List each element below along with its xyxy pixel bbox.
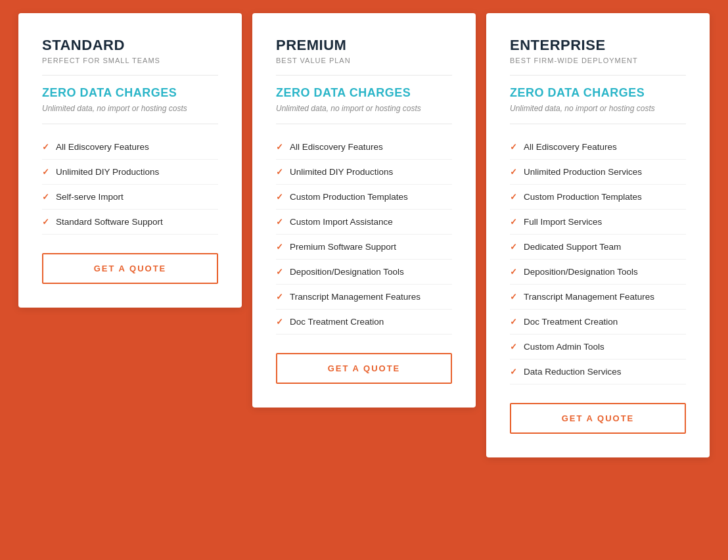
checkmark-icon: ✓ (510, 167, 517, 177)
zero-data-desc-standard: Unlimited data, no import or hosting cos… (42, 104, 218, 113)
checkmark-icon: ✓ (510, 217, 517, 227)
pricing-card-premium: PREMIUMBEST VALUE PLANZERO DATA CHARGESU… (252, 13, 476, 408)
list-item: ✓Custom Admin Tools (510, 335, 686, 360)
checkmark-icon: ✓ (510, 292, 517, 302)
list-item: ✓Unlimited DIY Productions (42, 160, 218, 185)
feature-text: Custom Admin Tools (524, 342, 604, 352)
checkmark-icon: ✓ (276, 292, 283, 302)
zero-data-title-premium: ZERO DATA CHARGES (276, 86, 452, 100)
feature-text: Data Reduction Services (524, 367, 622, 377)
checkmark-icon: ✓ (510, 267, 517, 277)
checkmark-icon: ✓ (510, 367, 517, 377)
checkmark-icon: ✓ (42, 167, 49, 177)
list-item: ✓Transcript Management Features (510, 285, 686, 310)
feature-text: Standard Software Support (56, 217, 163, 227)
checkmark-icon: ✓ (276, 217, 283, 227)
features-list-premium: ✓All Ediscovery Features✓Unlimited DIY P… (276, 135, 452, 335)
pricing-container: STANDARDPERFECT FOR SMALL TEAMSZERO DATA… (13, 13, 715, 457)
divider-2-enterprise (510, 124, 686, 124)
checkmark-icon: ✓ (276, 192, 283, 202)
feature-text: Custom Import Assistance (290, 217, 393, 227)
feature-text: Self-serve Import (56, 192, 124, 202)
list-item: ✓Unlimited DIY Productions (276, 160, 452, 185)
checkmark-icon: ✓ (276, 317, 283, 327)
checkmark-icon: ✓ (276, 242, 283, 252)
divider-1-premium (276, 75, 452, 76)
list-item: ✓Self-serve Import (42, 185, 218, 210)
get-quote-button-enterprise[interactable]: GET A QUOTE (510, 403, 686, 434)
list-item: ✓Deposition/Designation Tools (510, 260, 686, 285)
list-item: ✓Full Import Services (510, 210, 686, 235)
divider-1-enterprise (510, 75, 686, 76)
get-quote-button-standard[interactable]: GET A QUOTE (42, 253, 218, 284)
feature-text: All Ediscovery Features (290, 142, 383, 152)
feature-text: Unlimited DIY Productions (56, 167, 159, 177)
feature-text: Full Import Services (524, 217, 602, 227)
pricing-card-enterprise: ENTERPRISEBEST FIRM-WIDE DEPLOYMENTZERO … (486, 13, 710, 457)
zero-data-desc-premium: Unlimited data, no import or hosting cos… (276, 104, 452, 113)
feature-text: Dedicated Support Team (524, 242, 621, 252)
checkmark-icon: ✓ (510, 317, 517, 327)
list-item: ✓Doc Treatment Creation (510, 310, 686, 335)
feature-text: All Ediscovery Features (56, 142, 149, 152)
divider-1-standard (42, 75, 218, 76)
feature-text: Transcript Management Features (290, 292, 421, 302)
checkmark-icon: ✓ (276, 167, 283, 177)
checkmark-icon: ✓ (42, 217, 49, 227)
feature-text: Deposition/Designation Tools (524, 267, 638, 277)
list-item: ✓Data Reduction Services (510, 360, 686, 385)
list-item: ✓All Ediscovery Features (42, 135, 218, 160)
features-list-enterprise: ✓All Ediscovery Features✓Unlimited Produ… (510, 135, 686, 385)
feature-text: Unlimited DIY Productions (290, 167, 393, 177)
features-list-standard: ✓All Ediscovery Features✓Unlimited DIY P… (42, 135, 218, 235)
list-item: ✓Unlimited Production Services (510, 160, 686, 185)
checkmark-icon: ✓ (42, 192, 49, 202)
pricing-card-standard: STANDARDPERFECT FOR SMALL TEAMSZERO DATA… (18, 13, 242, 308)
feature-text: Deposition/Designation Tools (290, 267, 404, 277)
list-item: ✓All Ediscovery Features (510, 135, 686, 160)
plan-name-enterprise: ENTERPRISE (510, 37, 686, 54)
list-item: ✓Doc Treatment Creation (276, 310, 452, 335)
divider-2-standard (42, 124, 218, 124)
feature-text: Doc Treatment Creation (290, 317, 384, 327)
list-item: ✓Transcript Management Features (276, 285, 452, 310)
feature-text: Custom Production Templates (290, 192, 408, 202)
plan-name-premium: PREMIUM (276, 37, 452, 54)
feature-text: Transcript Management Features (524, 292, 654, 302)
checkmark-icon: ✓ (510, 192, 517, 202)
checkmark-icon: ✓ (510, 242, 517, 252)
list-item: ✓All Ediscovery Features (276, 135, 452, 160)
plan-subtitle-enterprise: BEST FIRM-WIDE DEPLOYMENT (510, 57, 686, 64)
checkmark-icon: ✓ (42, 142, 49, 152)
plan-subtitle-standard: PERFECT FOR SMALL TEAMS (42, 57, 218, 64)
list-item: ✓Premium Software Support (276, 235, 452, 260)
zero-data-title-standard: ZERO DATA CHARGES (42, 86, 218, 100)
checkmark-icon: ✓ (510, 142, 517, 152)
checkmark-icon: ✓ (276, 267, 283, 277)
list-item: ✓Custom Production Templates (510, 185, 686, 210)
checkmark-icon: ✓ (510, 342, 517, 352)
list-item: ✓Standard Software Support (42, 210, 218, 235)
zero-data-desc-enterprise: Unlimited data, no import or hosting cos… (510, 104, 686, 113)
list-item: ✓Deposition/Designation Tools (276, 260, 452, 285)
zero-data-title-enterprise: ZERO DATA CHARGES (510, 86, 686, 100)
list-item: ✓Dedicated Support Team (510, 235, 686, 260)
feature-text: Doc Treatment Creation (524, 317, 618, 327)
plan-name-standard: STANDARD (42, 37, 218, 54)
plan-subtitle-premium: BEST VALUE PLAN (276, 57, 452, 64)
feature-text: All Ediscovery Features (524, 142, 617, 152)
list-item: ✓Custom Production Templates (276, 185, 452, 210)
feature-text: Premium Software Support (290, 242, 396, 252)
feature-text: Custom Production Templates (524, 192, 642, 202)
get-quote-button-premium[interactable]: GET A QUOTE (276, 353, 452, 384)
divider-2-premium (276, 124, 452, 124)
feature-text: Unlimited Production Services (524, 167, 642, 177)
list-item: ✓Custom Import Assistance (276, 210, 452, 235)
checkmark-icon: ✓ (276, 142, 283, 152)
